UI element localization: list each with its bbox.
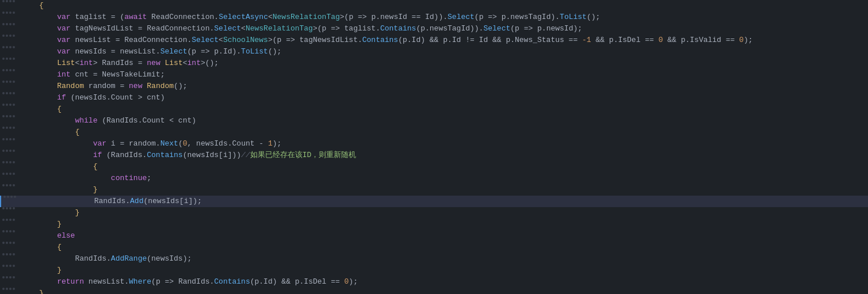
dots [0, 12, 15, 14]
dots [0, 265, 15, 267]
code-line: List<int> RandIds = new List<int>(); [0, 58, 868, 69]
dots [0, 127, 15, 129]
gutter [1, 196, 36, 198]
gutter [0, 0, 35, 2]
gutter [0, 242, 35, 244]
gutter [0, 69, 35, 71]
code-line: while (RandIds.Count < cnt) [0, 115, 868, 127]
code-line: var i = random.Next(0, newsIds.Count - 1… [0, 138, 868, 150]
line-content: if (RandIds.Contains(newsIds[i]))//如果已经存… [35, 150, 868, 161]
line-content: } [35, 288, 868, 294]
gutter [0, 58, 35, 60]
code-line: { [0, 0, 868, 12]
gutter [0, 138, 35, 140]
line-content: else [35, 230, 868, 242]
line-content: } [35, 265, 868, 276]
gutter [0, 265, 35, 267]
dots [0, 288, 15, 290]
code-line: return newsList.Where(p => RandIds.Conta… [0, 276, 868, 288]
code-line: var taglist = (await ReadConnection.Sele… [0, 12, 868, 23]
line-content: int cnt = NewsTakeLimit; [35, 69, 868, 81]
line-content: Random random = new Random(); [35, 81, 868, 92]
gutter [0, 92, 35, 94]
dots [1, 196, 16, 198]
dots [0, 150, 15, 152]
code-line: } [0, 288, 868, 294]
gutter [0, 104, 35, 106]
line-content: if (newsIds.Count > cnt) [35, 92, 868, 104]
line-content: { [35, 127, 868, 138]
gutter [0, 219, 35, 221]
line-content: RandIds.Add(newsIds[i]); [36, 196, 868, 207]
line-content: var newsList = ReadConnection.Select<Sch… [35, 35, 868, 46]
code-line: RandIds.AddRange(newsIds); [0, 253, 868, 265]
dots [0, 46, 15, 48]
line-content: { [35, 242, 868, 253]
line-content: { [35, 104, 868, 115]
gutter [0, 127, 35, 129]
dots [0, 104, 15, 106]
line-content: { [35, 0, 868, 12]
gutter [0, 81, 35, 83]
dots [0, 0, 15, 2]
gutter [0, 46, 35, 48]
dots [0, 173, 15, 175]
gutter [0, 150, 35, 152]
gutter [0, 23, 35, 25]
line-content: } [35, 219, 868, 230]
line-content: return newsList.Where(p => RandIds.Conta… [35, 276, 868, 288]
dots [0, 81, 15, 83]
dots [0, 23, 15, 25]
line-content: var newsIds = newsList.Select(p => p.Id)… [35, 46, 868, 58]
code-line: int cnt = NewsTakeLimit; [0, 69, 868, 81]
gutter [0, 173, 35, 175]
code-line: var newsIds = newsList.Select(p => p.Id)… [0, 46, 868, 58]
code-line: { [0, 242, 868, 253]
dots [0, 253, 15, 255]
code-editor: { var taglist = (await ReadConnection.Se… [0, 0, 868, 294]
dots [0, 184, 15, 186]
highlighted-code-line: RandIds.Add(newsIds[i]); [0, 196, 868, 207]
line-content: { [35, 161, 868, 173]
code-line: else [0, 230, 868, 242]
dots [0, 69, 15, 71]
line-content: var i = random.Next(0, newsIds.Count - 1… [35, 138, 868, 150]
code-line: { [0, 161, 868, 173]
dots [0, 115, 15, 117]
gutter [0, 161, 35, 163]
code-line: } [0, 207, 868, 219]
dots [0, 219, 15, 221]
code-line: if (RandIds.Contains(newsIds[i]))//如果已经存… [0, 150, 868, 161]
gutter [0, 35, 35, 37]
code-line: { [0, 127, 868, 138]
line-content: List<int> RandIds = new List<int>(); [35, 58, 868, 69]
code-line: { [0, 104, 868, 115]
line-content: var taglist = (await ReadConnection.Sele… [35, 12, 868, 23]
gutter [0, 12, 35, 14]
gutter [0, 253, 35, 255]
code-line: continue; [0, 173, 868, 184]
code-line: if (newsIds.Count > cnt) [0, 92, 868, 104]
dots [0, 92, 15, 94]
code-line: var tagNewsIdList = ReadConnection.Selec… [0, 23, 868, 35]
gutter [0, 207, 35, 209]
line-content: var tagNewsIdList = ReadConnection.Selec… [35, 23, 868, 35]
gutter [0, 288, 35, 290]
line-content: } [35, 207, 868, 219]
code-line: } [0, 265, 868, 276]
gutter [0, 276, 35, 278]
gutter [0, 115, 35, 117]
dots [0, 230, 15, 232]
line-content: } [35, 184, 868, 196]
dots [0, 207, 15, 209]
line-content: continue; [35, 173, 868, 184]
dots [0, 242, 15, 244]
code-line: var newsList = ReadConnection.Select<Sch… [0, 35, 868, 46]
gutter [0, 184, 35, 186]
line-content: RandIds.AddRange(newsIds); [35, 253, 868, 265]
line-content: while (RandIds.Count < cnt) [35, 115, 868, 127]
dots [0, 58, 15, 60]
dots [0, 276, 15, 278]
code-line: Random random = new Random(); [0, 81, 868, 92]
dots [0, 138, 15, 140]
